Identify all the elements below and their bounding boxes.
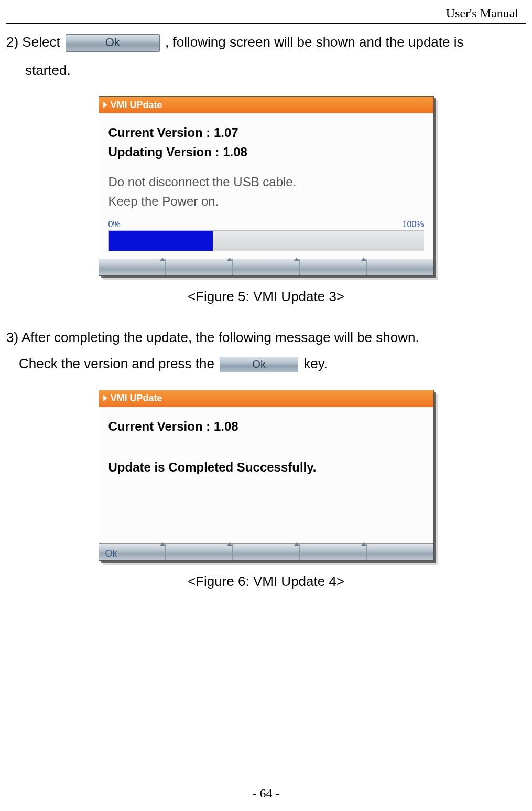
panel-body: Current Version : 1.08 Update is Complet… — [99, 407, 433, 543]
page-content: 2) Select Ok , following screen will be … — [6, 33, 526, 597]
softkey-ok-label: Ok — [105, 547, 117, 560]
figure6-wrap: VMI UPdate Current Version : 1.08 Update… — [6, 390, 526, 566]
step3-line2-suffix: key. — [303, 356, 328, 371]
figure5-caption: <Figure 5: VMI Update 3> — [6, 287, 526, 307]
progress-bar — [108, 230, 424, 251]
header-rule — [6, 23, 526, 24]
panel-titlebar: VMI UPdate — [99, 390, 433, 407]
panel-title: VMI UPdate — [111, 391, 162, 405]
page-header: User's Manual — [446, 6, 518, 20]
softkey-blank[interactable] — [233, 544, 300, 560]
vmi-update-panel-1: VMI UPdate Current Version : 1.07 Updati… — [99, 96, 434, 275]
progress-end-label: 100% — [329, 218, 424, 230]
panel-titlebar: VMI UPdate — [99, 97, 433, 113]
softkey-ok[interactable]: Ok — [99, 544, 166, 560]
figure5-wrap: VMI UPdate Current Version : 1.07 Updati… — [6, 96, 526, 281]
vmi-update-panel-2: VMI UPdate Current Version : 1.08 Update… — [99, 390, 434, 561]
step2-suffix: , following screen will be shown and the… — [165, 34, 463, 50]
update-result: Update is Completed Successfully. — [108, 458, 424, 477]
progress-fill — [109, 231, 213, 251]
current-version: Current Version : 1.08 — [108, 418, 424, 436]
softkey-blank[interactable] — [166, 544, 233, 560]
figure6-caption: <Figure 6: VMI Update 4> — [6, 572, 526, 592]
page-footer: - 64 - — [0, 786, 532, 801]
panel-softkey-bar: Ok — [99, 543, 433, 560]
warning-line-1: Do not disconnect the USB cable. — [108, 173, 424, 191]
progress-start-label: 0% — [108, 218, 213, 230]
step3-line1: 3) After completing the update, the foll… — [6, 329, 419, 345]
titlebar-marker-icon — [103, 395, 107, 401]
panel-body: Current Version : 1.07 Updating Version … — [99, 113, 433, 258]
warning-line-2: Keep the Power on. — [108, 193, 424, 211]
current-version: Current Version : 1.07 — [108, 124, 424, 142]
step3-paragraph: 3) After completing the update, the foll… — [6, 328, 526, 374]
updating-version: Updating Version : 1.08 — [108, 143, 424, 162]
step2-line2: started. — [6, 61, 526, 81]
step3-line2-prefix: Check the version and press the — [19, 356, 218, 371]
progress-area: 0% 100% — [108, 218, 424, 251]
ok-button-inline-1[interactable]: Ok — [66, 34, 160, 52]
panel-softkey-bar — [99, 259, 433, 275]
softkey-blank[interactable] — [300, 544, 367, 560]
step2-paragraph: 2) Select Ok , following screen will be … — [6, 33, 526, 80]
softkey-blank[interactable] — [367, 544, 433, 560]
ok-button-inline-2[interactable]: Ok — [220, 357, 298, 372]
step2-prefix: 2) Select — [6, 34, 64, 50]
titlebar-marker-icon — [103, 102, 107, 108]
panel-title: VMI UPdate — [111, 98, 162, 112]
